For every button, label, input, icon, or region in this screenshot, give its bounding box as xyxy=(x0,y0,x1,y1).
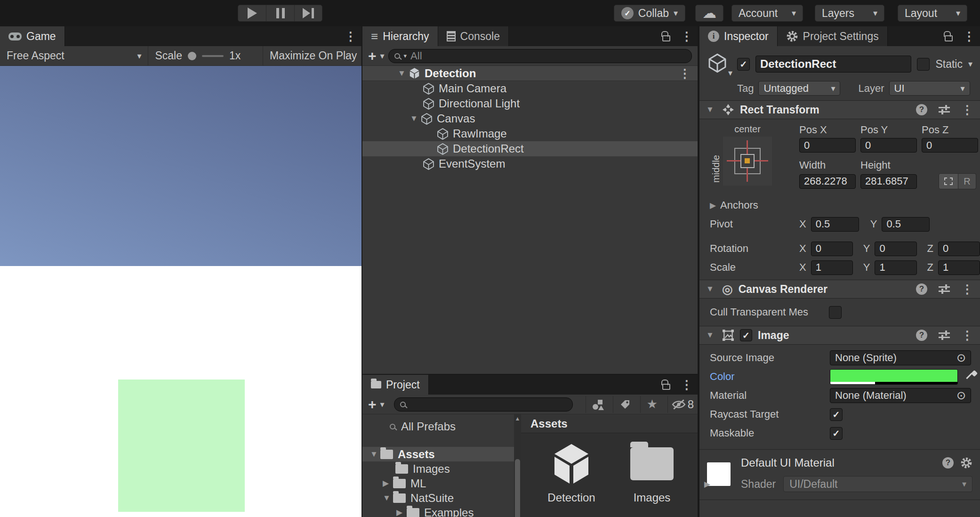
tree-row[interactable]: Main Camera xyxy=(362,81,698,96)
chevron-down-icon[interactable] xyxy=(968,60,972,68)
presets-icon[interactable] xyxy=(939,105,950,114)
tab-game[interactable]: Game xyxy=(0,26,65,46)
pos-y-field[interactable]: 0 xyxy=(860,138,917,153)
material-object-field[interactable]: None (Material) xyxy=(830,388,971,403)
pos-x-field[interactable]: 0 xyxy=(799,138,856,153)
anchor-preset-widget[interactable] xyxy=(723,137,772,186)
foldout-open-icon[interactable] xyxy=(706,284,716,294)
name-field[interactable]: DetectionRect xyxy=(755,56,911,73)
tree-row-selected[interactable]: DetectionRect xyxy=(362,141,698,156)
tree-row-all-prefabs[interactable]: All Prefabs xyxy=(362,419,514,434)
chevron-down-icon[interactable] xyxy=(380,52,385,60)
help-icon[interactable] xyxy=(916,330,927,341)
account-dropdown[interactable]: Account xyxy=(731,5,803,22)
maximize-on-play-button[interactable]: Maximize On Play xyxy=(263,46,361,66)
favorites-button[interactable] xyxy=(640,396,664,413)
component-menu-icon[interactable] xyxy=(961,104,973,116)
asset-tile-detection[interactable]: Detection xyxy=(543,440,600,504)
object-picker-icon[interactable] xyxy=(956,390,966,401)
object-picker-icon[interactable] xyxy=(956,352,966,364)
scrollbar-thumb[interactable] xyxy=(515,459,520,517)
foldout-open-icon[interactable] xyxy=(370,450,380,459)
blueprint-mode-button[interactable] xyxy=(939,173,958,189)
material-preview-foldout-icon[interactable] xyxy=(704,479,715,489)
foldout-open-icon[interactable] xyxy=(383,493,393,503)
rect-transform-header[interactable]: Rect Transform xyxy=(699,100,980,119)
anchors-foldout-row[interactable]: Anchors xyxy=(699,196,980,215)
inspector-menu-icon[interactable] xyxy=(963,30,975,42)
help-icon[interactable] xyxy=(916,283,927,295)
hidden-packages-toggle[interactable]: 8 xyxy=(667,396,698,413)
rotation-z-field[interactable]: 0 xyxy=(938,242,980,256)
static-checkbox[interactable] xyxy=(917,58,930,71)
gameobject-icon[interactable] xyxy=(707,53,728,73)
width-field[interactable]: 268.2278 xyxy=(799,174,856,189)
foldout-closed-icon[interactable] xyxy=(383,478,393,488)
step-button[interactable] xyxy=(294,5,322,22)
foldout-closed-icon[interactable] xyxy=(396,508,407,517)
help-icon[interactable] xyxy=(942,457,954,469)
canvas-renderer-header[interactable]: Canvas Renderer xyxy=(699,280,980,299)
scale-x-field[interactable]: 1 xyxy=(811,260,853,275)
layer-dropdown[interactable]: UI xyxy=(889,81,970,96)
color-swatch-field[interactable] xyxy=(830,369,958,385)
tag-dropdown[interactable]: Untagged xyxy=(758,81,840,96)
cull-transparent-checkbox[interactable] xyxy=(829,306,842,319)
eyedropper-icon[interactable] xyxy=(964,370,978,384)
play-button[interactable] xyxy=(238,5,266,22)
aspect-dropdown[interactable]: Free Aspect xyxy=(0,46,148,66)
search-by-label-button[interactable] xyxy=(613,396,636,413)
tree-row[interactable]: RawImage xyxy=(362,126,698,141)
tab-project-settings[interactable]: Project Settings xyxy=(778,26,888,46)
shader-dropdown[interactable]: UI/Default xyxy=(783,476,972,492)
tree-row-scene[interactable]: Detection xyxy=(362,66,698,81)
component-menu-icon[interactable] xyxy=(961,329,973,341)
search-by-type-button[interactable] xyxy=(586,396,609,413)
source-image-object-field[interactable]: None (Sprite) xyxy=(830,350,971,365)
active-checkbox[interactable] xyxy=(737,58,750,71)
pause-button[interactable] xyxy=(266,5,294,22)
tree-row-examples[interactable]: Examples xyxy=(362,505,514,517)
project-search-input[interactable] xyxy=(394,397,573,412)
scene-menu-icon[interactable] xyxy=(679,67,691,80)
collab-button[interactable]: Collab xyxy=(614,5,685,22)
hierarchy-menu-icon[interactable] xyxy=(681,30,693,42)
hierarchy-search-input[interactable]: All xyxy=(388,49,692,63)
foldout-open-icon[interactable] xyxy=(410,114,420,123)
game-menu-icon[interactable] xyxy=(345,30,357,42)
tree-row-ml[interactable]: ML xyxy=(362,476,514,491)
scale-y-field[interactable]: 1 xyxy=(875,260,916,275)
pivot-y-field[interactable]: 0.5 xyxy=(882,217,930,232)
tree-row[interactable]: EventSystem xyxy=(362,156,698,171)
tree-row[interactable]: Directional Light xyxy=(362,96,698,111)
game-viewport[interactable] xyxy=(0,66,361,517)
project-menu-icon[interactable] xyxy=(681,379,693,391)
presets-icon[interactable] xyxy=(939,331,950,340)
tree-row-natsuite[interactable]: NatSuite xyxy=(362,491,514,505)
add-object-button[interactable] xyxy=(368,49,377,63)
tab-inspector[interactable]: Inspector xyxy=(699,26,778,46)
asset-tile-images[interactable]: Images xyxy=(624,440,680,504)
layout-dropdown[interactable]: Layout xyxy=(898,5,967,22)
height-field[interactable]: 281.6857 xyxy=(860,174,917,189)
tab-console[interactable]: Console xyxy=(438,26,509,46)
pos-z-field[interactable]: 0 xyxy=(922,138,978,153)
component-menu-icon[interactable] xyxy=(961,283,973,295)
maskable-checkbox[interactable] xyxy=(830,427,843,440)
cloud-button[interactable] xyxy=(695,5,723,22)
pivot-x-field[interactable]: 0.5 xyxy=(811,217,859,232)
foldout-open-icon[interactable] xyxy=(706,331,716,340)
gear-icon[interactable] xyxy=(960,457,972,469)
foldout-open-icon[interactable] xyxy=(398,69,408,78)
raw-edit-button[interactable]: R xyxy=(958,173,976,189)
assets-breadcrumb[interactable]: Assets xyxy=(521,414,698,433)
project-tree-scrollbar[interactable] xyxy=(514,414,521,517)
scale-slider-knob[interactable] xyxy=(188,52,196,60)
chevron-down-icon[interactable] xyxy=(380,400,385,409)
raycast-target-checkbox[interactable] xyxy=(830,408,843,421)
rotation-x-field[interactable]: 0 xyxy=(811,242,853,256)
tree-row-assets[interactable]: Assets xyxy=(362,447,514,461)
tree-row-images[interactable]: Images xyxy=(362,461,514,476)
tab-hierarchy[interactable]: Hierarchy xyxy=(362,26,438,46)
rotation-y-field[interactable]: 0 xyxy=(875,242,916,256)
